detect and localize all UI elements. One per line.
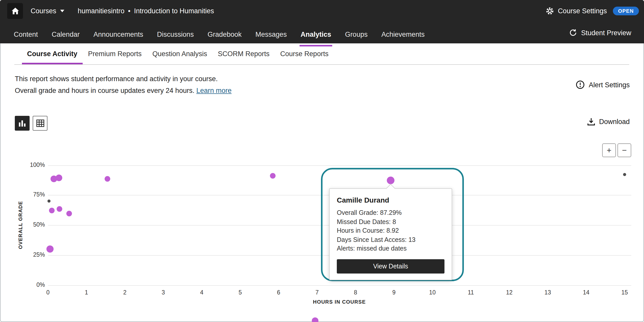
y-tick-label: 100%	[26, 162, 45, 168]
alert-icon	[575, 80, 585, 89]
subnav-tab-premium-reports[interactable]: Premium Reports	[83, 43, 147, 64]
x-tick-label: 1	[79, 289, 94, 295]
nav-tab-analytics[interactable]: Analytics	[300, 22, 332, 46]
nav-tab-discussions[interactable]: Discussions	[156, 22, 195, 46]
x-tick-label: 11	[463, 289, 478, 295]
home-button[interactable]	[7, 3, 23, 19]
student-preview-icon	[569, 29, 577, 37]
nav-tab-calendar[interactable]: Calendar	[51, 22, 81, 46]
data-point[interactable]	[66, 211, 72, 216]
chevron-down-icon	[60, 10, 65, 12]
nav-tab-achievements[interactable]: Achievements	[380, 22, 426, 46]
gridline	[48, 285, 631, 286]
nav-tab-groups[interactable]: Groups	[344, 22, 369, 46]
breadcrumb-separator: •	[128, 7, 130, 15]
y-axis-title: OVERALL GRADE	[18, 201, 23, 249]
data-point[interactable]	[270, 173, 276, 179]
data-point[interactable]	[48, 200, 51, 203]
alert-settings-label: Alert Settings	[589, 81, 630, 89]
x-tick-label: 0	[40, 289, 56, 295]
tooltip-line: Overall Grade: 87.29%	[337, 209, 444, 218]
report-description-line2: Overall grade and hours in course update…	[15, 85, 232, 96]
breadcrumb-course-id: humanitiesintro	[78, 7, 125, 15]
learn-more-link[interactable]: Learn more	[196, 87, 231, 94]
report-description-line1: This report shows student performance an…	[15, 73, 232, 85]
download-icon	[587, 117, 596, 126]
nav-tab-gradebook[interactable]: Gradebook	[206, 22, 243, 46]
data-point[interactable]	[46, 245, 54, 253]
subnav-tab-question-analysis[interactable]: Question Analysis	[147, 43, 212, 64]
x-tick-label: 6	[271, 289, 286, 295]
x-tick-label: 2	[117, 289, 132, 295]
student-tooltip: Camille Durand Overall Grade: 87.29%Miss…	[329, 188, 452, 280]
view-toggle-group	[15, 116, 47, 131]
course-settings-button[interactable]: Course Settings	[546, 7, 607, 15]
breadcrumb: humanitiesintro • Introduction to Humani…	[78, 7, 214, 15]
tooltip-line: Missed Due Dates: 8	[337, 218, 444, 227]
bar-chart-icon	[18, 120, 26, 127]
report-description-line2-text: Overall grade and hours in course update…	[15, 87, 194, 94]
x-tick-label: 13	[540, 289, 555, 295]
course-nav-bar: ContentCalendarAnnouncementsDiscussionsG…	[0, 22, 644, 43]
gear-icon	[546, 7, 554, 15]
nav-tab-announcements[interactable]: Announcements	[92, 22, 144, 46]
x-axis-title: HOURS IN COURSE	[313, 299, 366, 305]
table-view-toggle-button[interactable]	[33, 116, 47, 131]
course-nav-tabs: ContentCalendarAnnouncementsDiscussionsG…	[13, 22, 426, 43]
y-tick-label: 0%	[26, 281, 45, 288]
report-description: This report shows student performance an…	[15, 73, 232, 96]
zoom-controls: + −	[602, 143, 631, 157]
data-point[interactable]	[49, 208, 55, 214]
data-point[interactable]	[623, 173, 626, 176]
courses-label: Courses	[31, 7, 56, 15]
x-tick-label: 4	[194, 289, 209, 295]
x-tick-label: 8	[348, 289, 363, 295]
alert-settings-button[interactable]: Alert Settings	[575, 80, 630, 89]
view-details-button[interactable]: View Details	[337, 259, 444, 273]
tooltip-line: Hours in Course: 8.92	[337, 227, 444, 236]
x-tick-label: 3	[156, 289, 171, 295]
nav-tab-content[interactable]: Content	[13, 22, 39, 46]
y-tick-label: 50%	[26, 221, 45, 228]
subnav-tab-course-activity[interactable]: Course Activity	[22, 43, 82, 64]
zoom-out-button[interactable]: −	[617, 143, 631, 157]
data-point[interactable]	[55, 174, 62, 181]
y-tick-label: 75%	[26, 192, 45, 198]
download-label: Download	[599, 118, 630, 126]
home-icon	[11, 7, 19, 15]
tooltip-stats: Overall Grade: 87.29%Missed Due Dates: 8…	[337, 209, 444, 253]
chart-view-toggle-button[interactable]	[15, 116, 30, 131]
table-grid-icon	[36, 119, 44, 127]
zoom-in-button[interactable]: +	[602, 143, 616, 157]
tooltip-line: Alerts: missed due dates	[337, 244, 444, 253]
subnav-tab-course-reports[interactable]: Course Reports	[275, 43, 333, 64]
data-point[interactable]	[105, 176, 110, 182]
x-tick-label: 10	[425, 289, 440, 295]
analytics-subnav-tabs: Course ActivityPremium ReportsQuestion A…	[22, 43, 333, 64]
x-tick-label: 14	[578, 289, 594, 295]
data-point[interactable]	[57, 206, 62, 212]
tooltip-line: Days Since Last Access: 13	[337, 236, 444, 244]
course-settings-label: Course Settings	[558, 7, 607, 15]
analytics-subnav: Course ActivityPremium ReportsQuestion A…	[14, 43, 629, 65]
x-tick-label: 7	[309, 289, 325, 295]
student-preview-button[interactable]: Student Preview	[569, 22, 631, 43]
data-point-partial[interactable]	[312, 317, 318, 322]
subnav-tab-scorm-reports[interactable]: SCORM Reports	[213, 43, 275, 64]
top-bar: Courses humanitiesintro • Introduction t…	[0, 0, 644, 22]
student-preview-label: Student Preview	[581, 29, 631, 36]
y-tick-label: 25%	[26, 252, 45, 258]
course-analytics-page: Courses humanitiesintro • Introduction t…	[0, 0, 644, 322]
x-tick-label: 12	[502, 289, 517, 295]
open-status-badge[interactable]: OPEN	[613, 7, 639, 15]
download-button[interactable]: Download	[587, 117, 630, 126]
x-tick-label: 15	[617, 289, 632, 295]
breadcrumb-course-title: Introduction to Humanities	[134, 7, 214, 15]
scatter-chart: 100%75%50%25%0% 0123456789101112131415 O…	[0, 143, 644, 322]
tooltip-student-name: Camille Durand	[337, 196, 444, 204]
nav-tab-messages[interactable]: Messages	[254, 22, 288, 46]
x-tick-label: 9	[386, 289, 402, 295]
courses-menu-button[interactable]: Courses	[31, 7, 65, 15]
x-tick-label: 5	[232, 289, 248, 295]
gridline	[48, 165, 631, 166]
